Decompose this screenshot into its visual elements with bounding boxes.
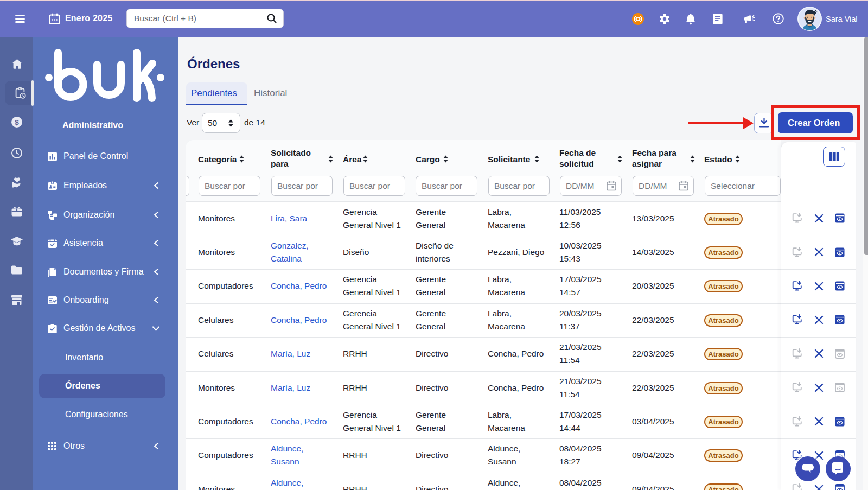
svg-text:$: $	[15, 118, 19, 126]
